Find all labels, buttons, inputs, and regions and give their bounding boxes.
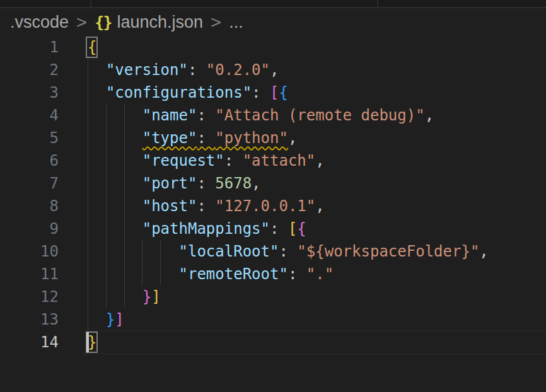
code-line-content[interactable]: "remoteRoot": "." bbox=[88, 263, 546, 285]
indent-guide bbox=[106, 285, 107, 308]
breadcrumb-folder[interactable]: .vscode bbox=[10, 13, 69, 32]
code-line-content[interactable]: }] bbox=[88, 285, 546, 308]
line-number[interactable]: 11 bbox=[0, 263, 59, 285]
code-token: , bbox=[479, 243, 488, 260]
tab-divider bbox=[90, 0, 91, 7]
line-number[interactable]: 2 bbox=[0, 59, 59, 81]
indent-guide bbox=[106, 263, 107, 285]
indent-guide bbox=[88, 149, 88, 172]
code-line: 7 "port": 5678, bbox=[0, 172, 546, 195]
indent-guide bbox=[88, 195, 88, 217]
line-number[interactable]: 1 bbox=[0, 36, 59, 59]
code-token: ] bbox=[115, 311, 124, 328]
editor: 1{2 "version": "0.2.0",3 "configurations… bbox=[0, 36, 546, 354]
code-line-content[interactable]: "name": "Attach (remote debug)", bbox=[88, 104, 546, 127]
breadcrumb-symbol-ellipsis[interactable]: ... bbox=[229, 13, 243, 32]
code-token: , bbox=[270, 61, 279, 79]
bracket-match-highlight: } bbox=[88, 333, 96, 351]
bracket-match-highlight: { bbox=[88, 38, 96, 56]
indent-guide bbox=[160, 240, 161, 263]
code-token: "Attach (remote debug)" bbox=[215, 107, 424, 124]
line-number[interactable]: 14 bbox=[0, 331, 59, 354]
code-line-content[interactable]: "host": "127.0.0.1", bbox=[88, 195, 546, 217]
code-token: } bbox=[142, 288, 151, 306]
code-line-content[interactable]: "localRoot": "${workspaceFolder}", bbox=[88, 240, 546, 263]
line-number[interactable]: 10 bbox=[0, 240, 59, 263]
code-token bbox=[88, 243, 179, 260]
code-token: : bbox=[252, 84, 270, 101]
code-token: , bbox=[315, 152, 324, 170]
line-number[interactable]: 12 bbox=[0, 285, 59, 308]
code-token: { bbox=[297, 220, 306, 238]
code-token bbox=[88, 265, 179, 283]
text-cursor bbox=[86, 332, 89, 352]
code-token bbox=[88, 175, 142, 192]
indent-guide bbox=[88, 81, 88, 104]
code-line: 1{ bbox=[0, 36, 546, 59]
code-line: 12 }] bbox=[0, 285, 546, 308]
warning-squiggle-span: "type": "python" bbox=[142, 129, 288, 147]
code-token: { bbox=[279, 84, 288, 101]
code-token: "python" bbox=[215, 129, 288, 147]
code-token: : bbox=[288, 265, 306, 283]
code-token bbox=[88, 129, 142, 147]
indent-guide bbox=[88, 240, 88, 263]
indent-guide bbox=[124, 285, 125, 308]
code-line: 5 "type": "python", bbox=[0, 127, 546, 149]
indent-guide bbox=[106, 240, 107, 263]
code-token: : bbox=[197, 175, 215, 192]
breadcrumb-file[interactable]: launch.json bbox=[117, 13, 203, 32]
code-token bbox=[88, 61, 106, 79]
code-token: : bbox=[279, 243, 297, 260]
code-token: "${workspaceFolder}" bbox=[297, 243, 479, 260]
indent-guide bbox=[142, 240, 142, 263]
code-token: } bbox=[88, 333, 96, 351]
line-number[interactable]: 7 bbox=[0, 172, 59, 195]
indent-guide bbox=[124, 240, 125, 263]
indent-guide bbox=[106, 195, 107, 217]
code-token: "remoteRoot" bbox=[179, 265, 288, 283]
code-token bbox=[88, 311, 106, 328]
code-token bbox=[88, 288, 142, 306]
code-line: 4 "name": "Attach (remote debug)", bbox=[0, 104, 546, 127]
code-token: ] bbox=[151, 288, 160, 306]
code-token: "request" bbox=[142, 152, 224, 170]
code-token: , bbox=[425, 107, 434, 124]
indent-guide bbox=[106, 149, 107, 172]
code-line-content[interactable]: "type": "python", bbox=[88, 127, 546, 149]
line-number[interactable]: 8 bbox=[0, 195, 59, 217]
code-token: : bbox=[224, 152, 243, 170]
code-line-content[interactable]: }] bbox=[88, 308, 546, 331]
code-token: "attach" bbox=[243, 152, 316, 170]
indent-guide bbox=[88, 104, 88, 127]
code-token: "configurations" bbox=[106, 84, 252, 101]
line-number[interactable]: 6 bbox=[0, 149, 59, 172]
code-line: 13 }] bbox=[0, 308, 546, 331]
code-token bbox=[88, 84, 106, 101]
code-line-content[interactable]: "request": "attach", bbox=[88, 149, 546, 172]
code-line: 11 "remoteRoot": "." bbox=[0, 263, 546, 285]
code-line-content[interactable]: "configurations": [{ bbox=[88, 81, 546, 104]
code-line-content[interactable]: "pathMappings": [{ bbox=[88, 217, 546, 240]
indent-guide bbox=[88, 59, 88, 81]
indent-guide bbox=[88, 217, 88, 240]
line-number[interactable]: 4 bbox=[0, 104, 59, 127]
indent-guide bbox=[106, 172, 107, 195]
line-number[interactable]: 3 bbox=[0, 81, 59, 104]
code-token: : bbox=[197, 129, 215, 147]
indent-guide bbox=[160, 263, 161, 285]
indent-guide bbox=[124, 195, 125, 217]
code-line-content[interactable]: { bbox=[88, 36, 546, 59]
line-number[interactable]: 9 bbox=[0, 217, 59, 240]
code-line-content[interactable]: "version": "0.2.0", bbox=[88, 59, 546, 81]
code-line-content[interactable]: } bbox=[88, 331, 546, 354]
code-line: 6 "request": "attach", bbox=[0, 149, 546, 172]
line-number[interactable]: 5 bbox=[0, 127, 59, 149]
indent-guide bbox=[88, 263, 88, 285]
code-token: "version" bbox=[106, 61, 188, 79]
line-number[interactable]: 13 bbox=[0, 308, 59, 331]
code-token: { bbox=[88, 38, 96, 56]
code-token bbox=[88, 107, 142, 124]
code-line-content[interactable]: "port": 5678, bbox=[88, 172, 546, 195]
code-token: : bbox=[270, 220, 288, 238]
